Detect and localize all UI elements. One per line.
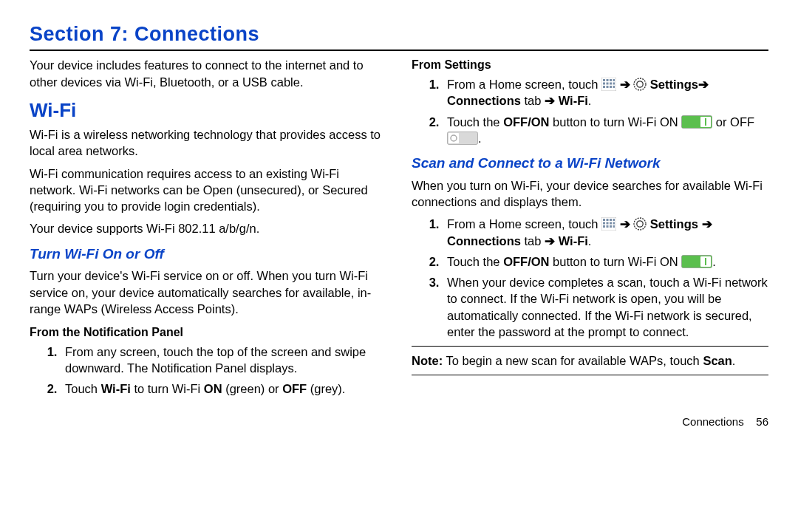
scan-step2: Touch the OFF/ON button to turn Wi-Fi ON… xyxy=(443,253,768,270)
svg-rect-1 xyxy=(603,79,605,81)
svg-rect-10 xyxy=(607,86,609,88)
svg-rect-29 xyxy=(613,222,615,225)
wifi-p1: Wi-Fi is a wireless networking technolog… xyxy=(30,126,386,160)
svg-rect-5 xyxy=(603,83,605,85)
svg-rect-26 xyxy=(603,222,605,225)
svg-rect-30 xyxy=(603,225,605,228)
scan-p1: When you turn on Wi-Fi, your device sear… xyxy=(412,177,768,211)
svg-point-13 xyxy=(634,78,646,90)
settings-gear-icon xyxy=(633,78,647,91)
svg-rect-7 xyxy=(610,83,612,85)
svg-rect-24 xyxy=(610,219,612,221)
settings-step1: From a Home screen, touch ➔ Settings➔ Co… xyxy=(443,76,768,109)
wifi-heading: Wi-Fi xyxy=(30,98,386,123)
svg-rect-25 xyxy=(613,219,615,221)
svg-rect-12 xyxy=(613,86,615,88)
turn-wifi-heading: Turn Wi-Fi On or Off xyxy=(30,245,386,264)
svg-rect-4 xyxy=(613,79,615,81)
svg-point-14 xyxy=(637,81,643,87)
svg-rect-17 xyxy=(705,118,706,126)
svg-rect-38 xyxy=(705,258,706,265)
svg-rect-28 xyxy=(610,222,612,225)
svg-rect-19 xyxy=(449,133,459,143)
toggle-off-icon xyxy=(447,132,478,145)
settings-gear-icon xyxy=(633,217,647,231)
apps-grid-icon xyxy=(601,78,616,91)
note-divider-top xyxy=(412,346,768,347)
wifi-p2: Wi-Fi communication requires access to a… xyxy=(30,166,386,215)
svg-rect-23 xyxy=(607,219,609,221)
svg-rect-8 xyxy=(613,83,615,85)
settings-step2: Touch the OFF/ON button to turn Wi-Fi ON… xyxy=(443,114,768,147)
svg-rect-33 xyxy=(613,225,615,228)
scan-heading: Scan and Connect to a Wi-Fi Network xyxy=(412,154,768,173)
svg-rect-32 xyxy=(610,225,612,228)
toggle-on-icon xyxy=(681,255,712,268)
notif-step1: From any screen, touch the top of the sc… xyxy=(61,344,386,377)
footer-section-name: Connections xyxy=(682,415,743,428)
toggle-on-icon xyxy=(681,115,712,129)
svg-rect-31 xyxy=(607,225,609,228)
turn-wifi-p: Turn your device's Wi-Fi service on or o… xyxy=(30,267,386,317)
svg-point-35 xyxy=(637,221,643,227)
svg-rect-11 xyxy=(610,86,612,88)
from-settings-heading: From Settings xyxy=(412,57,768,73)
footer-page-number: 56 xyxy=(756,415,768,428)
section-rule xyxy=(30,50,768,51)
note-divider-bottom xyxy=(412,375,768,375)
scan-step1: From a Home screen, touch ➔ Settings ➔ C… xyxy=(443,216,768,249)
svg-point-34 xyxy=(634,218,646,230)
svg-rect-3 xyxy=(610,79,612,81)
page-footer: Connections 56 xyxy=(30,415,768,429)
svg-rect-2 xyxy=(607,79,609,81)
from-notif-heading: From the Notification Panel xyxy=(30,324,386,341)
svg-rect-27 xyxy=(607,222,609,225)
scan-step3: When your device completes a scan, touch… xyxy=(443,274,768,340)
wifi-p3: Your device supports Wi-Fi 802.11 a/b/g/… xyxy=(30,220,386,236)
apps-grid-icon xyxy=(601,217,616,231)
svg-rect-22 xyxy=(603,219,605,221)
note-paragraph: Note: To begin a new scan for available … xyxy=(412,352,768,369)
section-title: Section 7: Connections xyxy=(30,21,768,47)
svg-rect-6 xyxy=(607,83,609,85)
notif-step2: Touch Wi-Fi to turn Wi-Fi ON (green) or … xyxy=(61,381,386,397)
intro-paragraph: Your device includes features to connect… xyxy=(30,57,386,90)
svg-rect-9 xyxy=(603,86,605,88)
